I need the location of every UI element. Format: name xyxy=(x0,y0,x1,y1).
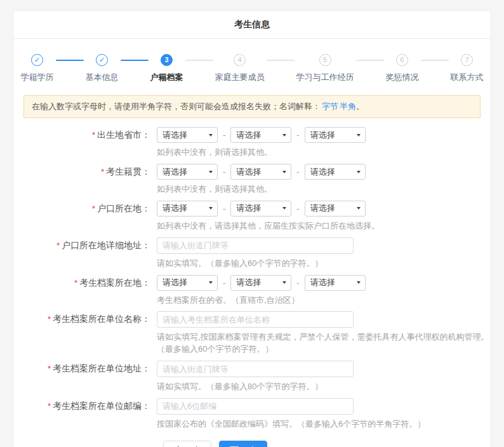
chevron-down-icon xyxy=(209,281,213,284)
birthplace-province-select[interactable]: 请选择 xyxy=(157,127,218,143)
form-actions: 上一步 下一步 xyxy=(163,441,491,447)
field-label: 考生籍贯： xyxy=(106,166,150,177)
archive-city-select[interactable]: 请选择 xyxy=(230,275,291,291)
required-marker: * xyxy=(56,241,60,250)
chevron-down-icon xyxy=(209,171,213,173)
native-district-select[interactable]: 请选择 xyxy=(305,164,366,180)
step-label: 学籍学历 xyxy=(21,72,54,83)
required-marker: * xyxy=(48,314,51,324)
notice-period: 。 xyxy=(356,102,364,111)
select-separator: - xyxy=(296,278,299,288)
select-separator: - xyxy=(296,130,299,140)
step-wizard: ✓ 学籍学历 ✓ 基本信息 3 户籍档案 4 家庭主要成员 5 学习与工作经历 … xyxy=(13,54,491,83)
step-family-members: 4 家庭主要成员 xyxy=(213,54,267,83)
field-help: 如列表中没有，请选择其他，应届生按实际户口所在地选择。 xyxy=(157,220,380,232)
link-halfwidth[interactable]: 半角 xyxy=(340,102,356,111)
birthplace-city-select[interactable]: 请选择 xyxy=(230,127,291,143)
chevron-down-icon xyxy=(209,134,213,137)
field-label: 考生档案所在地： xyxy=(79,277,150,288)
chevron-down-icon xyxy=(357,171,361,173)
form-row-birthplace: *出生地省市： 请选择 - 请选择 - 请选择 如列表中没有，则请选择其他。 xyxy=(13,127,491,159)
native-city-select[interactable]: 请选择 xyxy=(230,164,291,180)
chevron-down-icon xyxy=(282,281,286,284)
step-contact-info: 7 联系方式 xyxy=(449,54,486,83)
check-icon: ✓ xyxy=(31,54,43,66)
step-label: 学习与工作经历 xyxy=(296,72,354,83)
required-marker: * xyxy=(48,364,51,373)
page-title: 考生信息 xyxy=(13,11,491,39)
step-connector xyxy=(421,60,449,61)
required-marker: * xyxy=(92,130,95,140)
step-label: 家庭主要成员 xyxy=(215,72,265,83)
step-connector xyxy=(267,60,295,61)
step-rewards-punishments: 6 奖惩情况 xyxy=(384,54,421,83)
native-province-select[interactable]: 请选择 xyxy=(157,164,218,180)
step-number: 4 xyxy=(234,54,246,66)
archive-unit-postcode-input[interactable] xyxy=(157,398,354,415)
step-student-status: ✓ 学籍学历 xyxy=(19,54,56,83)
select-separator: - xyxy=(223,204,225,213)
field-label: 户口所在地详细地址： xyxy=(62,240,150,250)
form-row-archive-unit-name: *考生档案所在单位名称： 请如实填写,按国家档案管理有关规定，严禁个人保管，需委… xyxy=(13,311,491,356)
form-row-household-address: *户口所在地详细地址： 请如实填写。（最多输入60个字节的字符。） xyxy=(13,237,491,270)
form-row-household-location: *户口所在地： 请选择 - 请选择 - 请选择 如列表中没有，请选择其他，应届生… xyxy=(13,201,491,232)
previous-step-button[interactable]: 上一步 xyxy=(163,441,211,447)
archive-district-select[interactable]: 请选择 xyxy=(305,275,366,291)
field-label: 考生档案所在单位名称： xyxy=(53,314,150,324)
chevron-down-icon xyxy=(357,134,361,137)
form-row-native-place: *考生籍贯： 请选择 - 请选择 - 请选择 如列表中没有，则请选择其他。 xyxy=(13,164,491,196)
step-connector xyxy=(56,60,84,61)
select-separator: - xyxy=(223,130,225,140)
household-archive-form: *出生地省市： 请选择 - 请选择 - 请选择 如列表中没有，则请选择其他。 *… xyxy=(13,127,491,447)
form-row-archive-unit-address: *考生档案所在单位地址： 请如实填写。（最多输入80个字节的字符。） xyxy=(13,361,491,393)
household-province-select[interactable]: 请选择 xyxy=(157,201,218,217)
step-number: 5 xyxy=(319,54,331,66)
step-connector xyxy=(356,60,384,61)
field-help: 如列表中没有，则请选择其他。 xyxy=(157,147,366,159)
step-label: 户籍档案 xyxy=(150,72,183,83)
form-row-archive-unit-postcode: *考生档案所在单位邮编： 按国家公布的《全国邮政编码》填写。（最多输入6个字节的… xyxy=(13,398,491,430)
field-help: 请如实填写。（最多输入80个字节的字符。） xyxy=(157,381,354,393)
chevron-down-icon xyxy=(209,207,213,210)
form-row-archive-location: *考生档案所在地： 请选择 - 请选择 - 请选择 考生档案所在的省。（直辖市,… xyxy=(13,275,491,307)
archive-unit-address-input[interactable] xyxy=(157,361,354,377)
notice-text: 在输入数字或字母时，请使用半角字符，否则可能会造成报名失败；名词解释： xyxy=(32,102,321,111)
field-help: 如列表中没有，则请选择其他。 xyxy=(157,183,366,196)
archive-unit-name-input[interactable] xyxy=(157,311,354,328)
chevron-down-icon xyxy=(357,281,361,284)
select-separator: - xyxy=(296,204,299,213)
household-city-select[interactable]: 请选择 xyxy=(230,201,291,217)
archive-province-select[interactable]: 请选择 xyxy=(157,275,218,291)
step-connector xyxy=(121,60,149,61)
field-help: 按国家公布的《全国邮政编码》填写。（最多输入6个字节的半角字符。） xyxy=(157,418,425,430)
select-separator: - xyxy=(223,167,225,177)
birthplace-district-select[interactable]: 请选择 xyxy=(305,127,366,143)
field-label: 户口所在地： xyxy=(97,203,150,213)
household-district-select[interactable]: 请选择 xyxy=(305,201,366,217)
required-marker: * xyxy=(101,167,104,177)
field-label: 出生地省市： xyxy=(97,130,150,140)
next-step-button[interactable]: 下一步 xyxy=(219,441,267,447)
step-label: 奖惩情况 xyxy=(386,72,419,83)
household-address-input[interactable] xyxy=(157,237,354,254)
step-study-work: 5 学习与工作经历 xyxy=(295,54,356,83)
field-help: 考生档案所在的省。（直辖市,自治区） xyxy=(157,295,366,307)
chevron-down-icon xyxy=(357,207,361,210)
required-marker: * xyxy=(48,401,51,411)
examinee-info-panel: 考生信息 ✓ 学籍学历 ✓ 基本信息 3 户籍档案 4 家庭主要成员 5 学习与… xyxy=(13,10,491,447)
halfwidth-notice-bar: 在输入数字或字母时，请使用半角字符，否则可能会造成报名失败；名词解释：字节半角。 xyxy=(23,95,481,118)
check-icon: ✓ xyxy=(96,54,108,66)
step-label: 基本信息 xyxy=(86,72,119,83)
link-byte[interactable]: 字节 xyxy=(322,102,338,111)
select-separator: - xyxy=(223,278,225,288)
required-marker: * xyxy=(74,278,77,288)
field-label: 考生档案所在单位地址： xyxy=(53,363,150,373)
step-household-archive: 3 户籍档案 xyxy=(149,54,185,83)
field-help: 请如实填写,按国家档案管理有关规定，严禁个人保管，需委托具有人事代理权的机构管理… xyxy=(157,331,491,356)
field-help: 请如实填写。（最多输入60个字节的字符。） xyxy=(157,258,354,270)
field-label: 考生档案所在单位邮编： xyxy=(53,401,150,411)
chevron-down-icon xyxy=(282,134,286,137)
step-basic-info: ✓ 基本信息 xyxy=(84,54,121,83)
step-label: 联系方式 xyxy=(451,72,484,83)
step-number: 3 xyxy=(161,54,173,66)
